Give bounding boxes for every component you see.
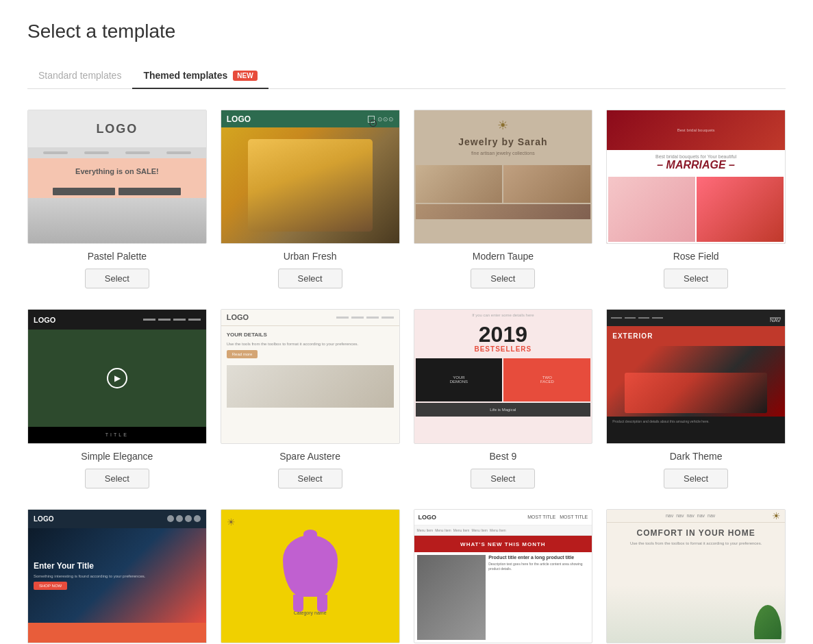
template-name-pastel: Pastel Palette — [88, 251, 147, 262]
select-button-taupe[interactable]: Select — [471, 269, 535, 288]
preview-comfort-home: nav nav nav nav nav ☀ COMFORT IN YOUR HO… — [606, 509, 786, 643]
template-comfort-home: nav nav nav nav nav ☀ COMFORT IN YOUR HO… — [606, 509, 786, 644]
select-button-rose[interactable]: Select — [664, 269, 728, 288]
template-name-taupe: Modern Taupe — [473, 251, 534, 262]
tabs-container: Standard templates Themed templates New — [27, 63, 786, 89]
template-name-spare: Spare Austere — [279, 451, 340, 462]
preview-horse-yellow: ☀ Category name — [221, 509, 400, 643]
template-horse-yellow: ☀ Category name Horse Yellow — [221, 509, 400, 644]
template-best9: If you can enter some details here 2019 … — [414, 309, 593, 488]
template-name-best9: Best 9 — [490, 451, 517, 462]
preview-best9: If you can enter some details here 2019 … — [414, 309, 593, 443]
preview-dark-theme: NAV EXTERIOR Product description and det… — [606, 309, 786, 443]
tab-themed[interactable]: Themed templates New — [132, 63, 268, 89]
preview-simple-elegance: LOGO ▶ TITLE — [27, 309, 207, 443]
preview-night-mode: LOGO Enter Your Title Something interest… — [27, 509, 207, 643]
template-name-elegance: Simple Elegance — [81, 451, 153, 462]
select-button-dark[interactable]: Select — [664, 469, 728, 488]
preview-modern-taupe: ☀ Jewelry by Sarah fine artisan jewelry … — [414, 110, 593, 244]
preview-urban-fresh: LOGO ⊙ ⊙⊙⊙ — [221, 110, 400, 244]
page-title: Select a template — [27, 21, 786, 42]
template-simple-elegance: LOGO ▶ TITLE Simple Elegance Select — [27, 309, 207, 488]
new-badge: New — [233, 71, 257, 81]
select-button-urban[interactable]: Select — [278, 269, 342, 288]
template-spare-austere: LOGO YOUR DETAILS Use the tools from the… — [221, 309, 400, 488]
select-button-best9[interactable]: Select — [471, 469, 535, 488]
preview-news-red: LOGO MOST TITLE MOST TITLE Menu Item Men… — [414, 509, 593, 643]
select-button-spare[interactable]: Select — [278, 469, 342, 488]
template-name-rose: Rose Field — [673, 251, 719, 262]
template-rose-field: Best bridal bouquets Best bridal bouquet… — [606, 110, 786, 288]
template-pastel-palette: LOGO Everything is on SALE! Pastel Palet… — [27, 110, 207, 288]
template-news-red: LOGO MOST TITLE MOST TITLE Menu Item Men… — [414, 509, 593, 644]
preview-rose-field: Best bridal bouquets Best bridal bouquet… — [606, 110, 786, 244]
templates-grid: LOGO Everything is on SALE! Pastel Palet… — [27, 110, 786, 644]
select-button-pastel[interactable]: Select — [85, 269, 149, 288]
preview-spare-austere: LOGO YOUR DETAILS Use the tools from the… — [221, 309, 400, 443]
template-urban-fresh: LOGO ⊙ ⊙⊙⊙ Urban Fresh Select — [221, 110, 400, 288]
tab-standard[interactable]: Standard templates — [27, 63, 132, 89]
select-button-elegance[interactable]: Select — [85, 469, 149, 488]
template-night-mode: LOGO Enter Your Title Something interest… — [27, 509, 207, 644]
template-name-urban: Urban Fresh — [284, 251, 337, 262]
template-dark-theme: NAV EXTERIOR Product description and det… — [606, 309, 786, 488]
template-name-dark: Dark Theme — [670, 451, 723, 462]
preview-pastel-palette: LOGO Everything is on SALE! — [27, 110, 207, 244]
template-modern-taupe: ☀ Jewelry by Sarah fine artisan jewelry … — [414, 110, 593, 288]
